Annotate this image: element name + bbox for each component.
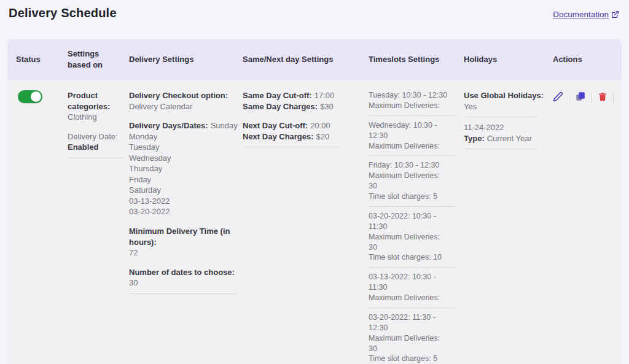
timeslot-block: 03-13-2022: 10:30 - 11:30 Maximum Delive… bbox=[369, 272, 456, 308]
timeslot-range: Wednesday: 10:30 - 12:30 bbox=[369, 120, 456, 141]
header-timeslots-settings: Timeslots Settings bbox=[369, 48, 464, 71]
delivery-date: 03-13-2022 bbox=[129, 196, 238, 207]
timeslot-max-label: Maximum Deliveries: bbox=[369, 101, 456, 111]
timeslot-max-label: Maximum Deliveries: bbox=[369, 333, 456, 344]
documentation-link[interactable]: Documentation bbox=[553, 10, 619, 19]
header-settings-based-on: Settings based on bbox=[68, 42, 129, 76]
timeslot-max-value: 30 bbox=[369, 181, 456, 192]
header-delivery-settings: Delivery Settings bbox=[129, 48, 243, 71]
delivery-day: Monday bbox=[129, 131, 238, 142]
header-holidays: Holidays bbox=[464, 48, 553, 71]
delivery-date: 03-20-2022 bbox=[129, 206, 238, 217]
timeslot-max-value: 30 bbox=[369, 242, 456, 253]
timeslot-max-label: Maximum Deliveries: bbox=[369, 293, 456, 303]
delivery-date-label: Delivery Date: bbox=[68, 131, 123, 142]
next-day-cutoff-label: Next Day Cut-off: bbox=[243, 121, 308, 130]
status-toggle[interactable] bbox=[18, 90, 42, 103]
action-separator bbox=[569, 93, 569, 103]
page-title: Delivery Schedule bbox=[9, 6, 117, 20]
holiday-type-line: Type:Current Year bbox=[464, 133, 537, 144]
checkout-option-label: Delivery Checkout option: bbox=[129, 90, 238, 101]
timeslot-max-value: 30 bbox=[369, 344, 456, 354]
same-day-charges-line: Same Day Charges:$30 bbox=[243, 101, 341, 112]
table-row: Product categories: Clothing Delivery Da… bbox=[7, 80, 622, 364]
timeslots-cell: Tuesday: 10:30 - 12:30 Maximum Deliverie… bbox=[369, 90, 464, 364]
same-day-cutoff-value: 17:00 bbox=[314, 91, 335, 100]
delivery-day: Wednesday bbox=[129, 153, 238, 164]
timeslot-charges: Time slot charges: 10 bbox=[369, 252, 456, 263]
dates-to-choose-value: 30 bbox=[129, 277, 238, 288]
divider bbox=[369, 115, 456, 116]
external-link-icon bbox=[611, 10, 619, 18]
duplicate-button[interactable] bbox=[575, 91, 586, 105]
same-day-cutoff-label: Same Day Cut-off: bbox=[243, 91, 312, 100]
holiday-type-label: Type: bbox=[464, 134, 485, 143]
delivery-days-label: Delivery Days/Dates: bbox=[129, 121, 208, 130]
action-separator bbox=[592, 93, 592, 103]
timeslot-block: 03-20-2022: 11:30 - 12:30 Maximum Delive… bbox=[369, 312, 456, 364]
timeslot-range: 03-20-2022: 10:30 - 11:30 bbox=[369, 211, 456, 232]
divider bbox=[243, 147, 341, 147]
use-global-holidays-value: Yes bbox=[464, 101, 537, 112]
divider bbox=[369, 206, 456, 207]
next-day-cutoff-line: Next Day Cut-off:20:00 bbox=[243, 120, 341, 131]
timeslot-block: Tuesday: 10:30 - 12:30 Maximum Deliverie… bbox=[369, 90, 456, 116]
delivery-day: Friday bbox=[129, 174, 238, 185]
delivery-day: Thursday bbox=[129, 163, 238, 174]
timeslot-range: 03-20-2022: 11:30 - 12:30 bbox=[369, 312, 456, 333]
product-categories-value: Clothing bbox=[68, 112, 123, 123]
dates-to-choose-label: Number of dates to choose: bbox=[129, 267, 238, 278]
edit-button[interactable] bbox=[553, 91, 563, 105]
same-day-cutoff-line: Same Day Cut-off:17:00 bbox=[243, 90, 341, 101]
same-next-day-cell: Same Day Cut-off:17:00 Same Day Charges:… bbox=[243, 90, 369, 152]
timeslot-block: 03-20-2022: 10:30 - 11:30 Maximum Delive… bbox=[369, 211, 456, 268]
timeslot-charges: Time slot charges: 5 bbox=[369, 192, 456, 202]
timeslot-charges: Time slot charges: 5 bbox=[369, 354, 456, 364]
next-day-charges-value: $20 bbox=[316, 132, 330, 141]
timeslot-range: Friday: 10:30 - 12:30 bbox=[369, 160, 456, 171]
delivery-day: Sunday bbox=[211, 121, 238, 130]
divider bbox=[68, 158, 123, 158]
table-header-row: Status Settings based on Delivery Settin… bbox=[7, 39, 622, 80]
next-day-charges-label: Next Day Charges: bbox=[243, 132, 314, 141]
use-global-holidays-label: Use Global Holidays: bbox=[464, 90, 537, 101]
divider bbox=[464, 149, 537, 149]
header-status: Status bbox=[16, 48, 68, 71]
timeslot-block: Friday: 10:30 - 12:30 Maximum Deliveries… bbox=[369, 160, 456, 207]
min-delivery-time-label: Minimum Delivery Time (in hours): bbox=[129, 226, 238, 247]
delivery-date-value: Enabled bbox=[68, 142, 123, 153]
next-day-cutoff-value: 20:00 bbox=[310, 121, 330, 130]
divider bbox=[464, 117, 537, 117]
timeslot-range: 03-13-2022: 10:30 - 11:30 bbox=[369, 272, 456, 293]
timeslot-range: Tuesday: 10:30 - 12:30 bbox=[369, 90, 456, 101]
toggle-knob bbox=[31, 91, 41, 102]
holiday-type-value: Current Year bbox=[487, 134, 532, 143]
timeslot-max-label: Maximum Deliveries: bbox=[369, 171, 456, 181]
delivery-settings-cell: Delivery Checkout option: Delivery Calen… bbox=[129, 90, 243, 299]
topbar: Delivery Schedule Documentation bbox=[0, 0, 629, 39]
delivery-days-line: Delivery Days/Dates:Sunday bbox=[129, 120, 238, 131]
delete-icon bbox=[598, 91, 608, 105]
delete-button[interactable] bbox=[598, 91, 608, 105]
delivery-day: Tuesday bbox=[129, 142, 238, 153]
same-day-charges-label: Same Day Charges: bbox=[243, 102, 318, 111]
documentation-link-label: Documentation bbox=[553, 10, 609, 19]
action-separator bbox=[613, 93, 614, 103]
duplicate-icon bbox=[575, 91, 586, 105]
timeslot-max-label: Maximum Deliveries: bbox=[369, 141, 456, 152]
status-cell bbox=[16, 90, 68, 103]
holidays-cell: Use Global Holidays: Yes 11-24-2022 Type… bbox=[464, 90, 553, 154]
divider bbox=[369, 155, 456, 156]
actions-cell bbox=[553, 90, 622, 105]
edit-icon bbox=[553, 91, 563, 105]
settings-based-on-cell: Product categories: Clothing Delivery Da… bbox=[68, 90, 129, 163]
holiday-date: 11-24-2022 bbox=[464, 122, 537, 133]
timeslot-block: Wednesday: 10:30 - 12:30 Maximum Deliver… bbox=[369, 120, 456, 157]
delivery-schedule-table: Status Settings based on Delivery Settin… bbox=[7, 39, 622, 364]
min-delivery-time-value: 72 bbox=[129, 247, 238, 258]
timeslot-max-label: Maximum Deliveries: bbox=[369, 232, 456, 242]
delivery-day: Saturday bbox=[129, 185, 238, 196]
checkout-option-value: Delivery Calendar bbox=[129, 101, 238, 112]
header-same-next-day-settings: Same/Next day Settings bbox=[243, 48, 369, 71]
divider bbox=[369, 308, 456, 308]
